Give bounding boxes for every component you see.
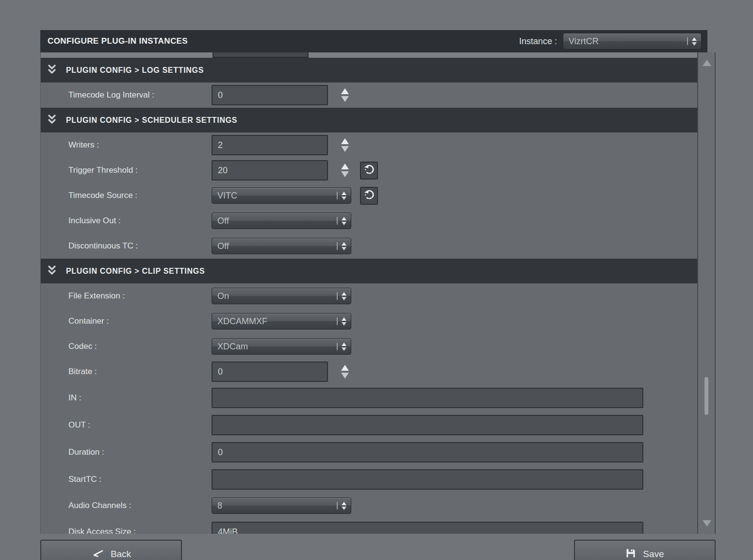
field-label: Container :	[68, 316, 212, 326]
field-row: Trigger Threshold :20	[41, 158, 698, 183]
instance-dropdown[interactable]: VizrtCR	[563, 33, 702, 49]
field-row: OUT :	[41, 412, 698, 439]
dropdown-separator	[337, 192, 338, 199]
collapse-chevron-icon	[46, 64, 58, 77]
spinner-down-icon[interactable]	[341, 373, 349, 379]
back-button-label: Back	[111, 549, 131, 560]
spinner-up-icon[interactable]	[341, 138, 349, 144]
reset-icon	[363, 164, 376, 178]
dropdown-separator	[337, 502, 338, 510]
scrollbar-up-icon[interactable]	[703, 60, 711, 66]
field-label: Trigger Threshold :	[68, 165, 212, 175]
section-title: PLUGIN CONFIG > CLIP SETTINGS	[66, 267, 205, 276]
section-title: PLUGIN CONFIG > LOG SETTINGS	[66, 66, 204, 75]
field-label: StartTC :	[68, 475, 212, 484]
dropdown-separator	[337, 343, 338, 350]
field-row: Disk Access Size :4MiB	[41, 518, 698, 534]
dropdown-field[interactable]: VITC	[212, 187, 351, 204]
spinner-down-icon[interactable]	[341, 96, 349, 102]
scrollbar-down-icon[interactable]	[703, 520, 711, 527]
dropdown-separator	[337, 242, 338, 250]
field-label: Audio Channels :	[68, 501, 212, 511]
dropdown-field[interactable]: On	[212, 288, 351, 304]
dropdown-value: On	[217, 291, 229, 301]
clipped-row-top	[41, 52, 698, 58]
dropdown-field[interactable]: Off	[212, 238, 351, 254]
titlebar: CONFIGURE PLUG-IN INSTANCES Instance : V…	[40, 30, 707, 52]
field-label: Codec :	[68, 342, 212, 351]
dropdown-arrows-icon[interactable]	[342, 343, 346, 351]
field-label: Bitrate :	[68, 367, 212, 377]
spinner-arrows	[341, 164, 349, 177]
dropdown-arrows-icon[interactable]	[342, 217, 346, 225]
dropdown-arrows-icon[interactable]	[692, 37, 697, 46]
dropdown-field[interactable]: Off	[212, 213, 351, 229]
text-input[interactable]: 0	[212, 442, 643, 462]
number-input[interactable]: 2	[212, 135, 328, 155]
dropdown-value: XDCAMMXF	[217, 316, 267, 327]
text-input[interactable]	[212, 388, 643, 408]
save-button[interactable]: Save	[574, 540, 716, 560]
dropdown-arrows-icon[interactable]	[342, 242, 346, 250]
scroll-content: PLUGIN CONFIG > LOG SETTINGSTimecode Log…	[40, 52, 698, 534]
dropdown-arrows-icon[interactable]	[342, 292, 346, 300]
collapse-chevron-icon	[46, 114, 58, 127]
input-value: 4MiB	[218, 527, 238, 534]
reset-button[interactable]	[360, 162, 378, 180]
field-row: Codec :XDCam	[41, 334, 698, 359]
dropdown-separator	[687, 37, 688, 45]
dropdown-separator	[337, 292, 338, 300]
input-value: 0	[218, 90, 223, 100]
dropdown-value: VITC	[217, 191, 237, 201]
field-row: Writers :2	[41, 132, 698, 158]
input-value: 20	[218, 165, 228, 176]
dropdown-arrows-icon[interactable]	[342, 502, 346, 510]
field-label: Discontinuous TC :	[68, 241, 212, 251]
clipped-input-bottom	[213, 52, 309, 58]
input-value: 0	[218, 447, 223, 458]
spinner-up-icon[interactable]	[341, 88, 349, 94]
text-input[interactable]	[212, 415, 643, 435]
text-input[interactable]: 4MiB	[212, 522, 643, 534]
field-row: File Extension :On	[41, 283, 698, 309]
page-title: CONFIGURE PLUG-IN INSTANCES	[48, 36, 188, 46]
dropdown-value: 8	[217, 501, 222, 511]
dropdown-value: Off	[217, 216, 229, 226]
input-value: 0	[218, 367, 223, 377]
number-input[interactable]: 0	[212, 85, 328, 105]
field-row: Container :XDCAMMXF	[41, 309, 698, 334]
dropdown-field[interactable]: 8	[212, 497, 351, 514]
field-row: Discontinuous TC :Off	[41, 233, 698, 259]
spinner-down-icon[interactable]	[341, 146, 349, 152]
text-input[interactable]	[212, 469, 643, 490]
vertical-scrollbar[interactable]	[697, 52, 716, 534]
collapse-chevron-icon	[46, 264, 58, 278]
field-label: Timecode Source :	[68, 191, 212, 200]
spinner-arrows	[341, 365, 349, 379]
spinner-arrows	[341, 88, 349, 102]
back-button[interactable]: Back	[40, 540, 182, 560]
field-row: StartTC :	[41, 466, 698, 493]
field-row: Inclusive Out :Off	[41, 208, 698, 233]
section-header[interactable]: PLUGIN CONFIG > CLIP SETTINGS	[41, 259, 698, 283]
field-label: Writers :	[68, 140, 212, 150]
reset-button[interactable]	[360, 187, 378, 205]
field-row: Bitrate :0	[41, 359, 698, 384]
spinner-up-icon[interactable]	[341, 365, 349, 371]
field-row: Duration :0	[41, 439, 698, 466]
field-label: IN :	[68, 393, 212, 403]
spinner-down-icon[interactable]	[341, 171, 349, 177]
number-input[interactable]: 0	[212, 362, 328, 382]
dropdown-arrows-icon[interactable]	[342, 192, 346, 200]
field-label: Duration :	[68, 447, 212, 457]
save-button-label: Save	[643, 549, 664, 560]
number-input[interactable]: 20	[212, 160, 328, 181]
section-header[interactable]: PLUGIN CONFIG > LOG SETTINGS	[41, 58, 698, 82]
section-title: PLUGIN CONFIG > SCHEDULER SETTINGS	[66, 116, 237, 125]
spinner-up-icon[interactable]	[341, 164, 349, 169]
dropdown-field[interactable]: XDCam	[212, 338, 351, 355]
section-header[interactable]: PLUGIN CONFIG > SCHEDULER SETTINGS	[41, 108, 698, 132]
scrollbar-thumb[interactable]	[704, 377, 708, 415]
dropdown-field[interactable]: XDCAMMXF	[212, 313, 351, 329]
dropdown-arrows-icon[interactable]	[342, 317, 346, 326]
